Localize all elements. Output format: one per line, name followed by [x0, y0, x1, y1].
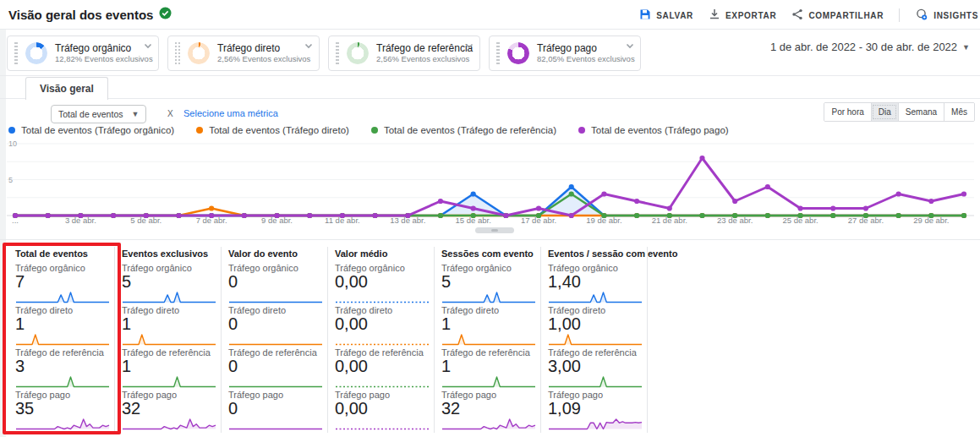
chart-scrollbar-thumb[interactable]: [475, 227, 514, 233]
metric-row: Tráfego de referência1: [122, 347, 221, 388]
metric-value: 0,00: [335, 315, 434, 332]
chevron-down-icon[interactable]: [463, 39, 476, 56]
metric-value: 1: [122, 315, 221, 332]
metric-row: Tráfego pago32: [441, 390, 540, 430]
segment-card-text: Tráfego direto2,56% Eventos exclusivos: [217, 42, 310, 64]
metric-value: 5: [441, 273, 540, 290]
metric-row: Tráfego de referência3: [15, 347, 114, 388]
summary-column-4: Valor médioTráfego orgânico0,00Tráfego d…: [328, 247, 435, 433]
sparkline: [15, 375, 110, 388]
legend-label: Total de eventos (Tráfego de referência): [384, 125, 556, 135]
metric-value: 1,40: [548, 273, 647, 290]
summary-column-title: Sessões com evento: [441, 249, 540, 259]
sparkline: [122, 375, 216, 388]
sparkline: [441, 291, 536, 303]
sparkline: [441, 375, 536, 388]
summary-column-5: Sessões com eventoTráfego orgânico5Tráfe…: [435, 247, 541, 433]
tab-overview[interactable]: Visão geral: [25, 77, 108, 100]
legend-item-paid: Total de eventos (Tráfego pago): [578, 125, 729, 135]
legend-item-direct: Total de eventos (Tráfego direto): [196, 125, 349, 135]
drag-handle-icon[interactable]: [496, 42, 500, 64]
events-line-chart[interactable]: 510...3 de abr.5 de abr.7 de abr.9 de ab…: [0, 135, 980, 228]
sparkline: [548, 375, 643, 388]
metric-label: Tráfego direto: [15, 305, 114, 315]
sparkline: [548, 418, 643, 430]
sparkline: [228, 418, 323, 430]
metric-row: Tráfego pago0: [228, 390, 327, 430]
metric-row: Tráfego de referência3,00: [548, 347, 647, 388]
granularity-mês[interactable]: Mês: [944, 103, 974, 121]
metric-label: Tráfego orgânico: [122, 263, 221, 273]
segment-cards: Tráfego orgânico12,82% Eventos exclusivo…: [7, 36, 641, 71]
save-button[interactable]: SALVAR: [639, 8, 693, 22]
download-icon: [709, 8, 720, 22]
drag-handle-icon[interactable]: [175, 42, 180, 64]
metric-row: Tráfego direto1,00: [548, 305, 647, 346]
segment-card-organic[interactable]: Tráfego orgânico12,82% Eventos exclusivo…: [7, 36, 159, 71]
summary-column-3: Valor do eventoTráfego orgânico0Tráfego …: [222, 247, 328, 433]
summary-divider: [0, 239, 980, 240]
summary-column-6: Eventos / sessão com eventoTráfego orgân…: [541, 247, 648, 433]
metric-row: Tráfego orgânico0: [228, 263, 327, 303]
sparkline: [228, 333, 323, 346]
metric-row: Tráfego de referência1: [441, 347, 540, 388]
legend-dot: [371, 127, 378, 134]
metric-label: Tráfego de referência: [441, 347, 540, 358]
metric-value: 0: [228, 358, 327, 374]
metric-value: 0: [228, 315, 327, 332]
metric-value: 0,00: [335, 400, 434, 417]
verified-icon: [159, 7, 172, 22]
granularity-toggle: Por horaDiaSemanaMês: [824, 102, 975, 122]
metric-label: Tráfego pago: [228, 390, 327, 400]
segment-card-paid[interactable]: Tráfego pago82,05% Eventos exclusivos: [489, 36, 641, 71]
metric-row: Tráfego pago0,00: [335, 390, 434, 430]
legend-label: Total de eventos (Tráfego orgânico): [21, 125, 174, 135]
select-caret-icon: ▼: [131, 110, 139, 118]
chevron-down-icon[interactable]: [302, 39, 315, 56]
segment-card-text: Tráfego orgânico12,82% Eventos exclusivo…: [55, 42, 153, 64]
segment-card-referral[interactable]: Tráfego de referência2,56% Eventos exclu…: [328, 36, 480, 71]
metric-label: Tráfego direto: [441, 305, 540, 315]
sparkline: [441, 333, 536, 346]
summary-column-title: Eventos / sessão com evento: [548, 249, 647, 259]
metric-select[interactable]: Total de eventos ▼: [51, 105, 146, 123]
metric-label: Tráfego de referência: [15, 347, 114, 358]
sparkline: [122, 418, 216, 430]
metric-row: Tráfego de referência0: [228, 347, 327, 388]
legend-item-organic: Total de eventos (Tráfego orgânico): [8, 125, 174, 135]
dropdown-caret-icon: ▼: [962, 43, 970, 52]
granularity-por-hora[interactable]: Por hora: [824, 103, 870, 121]
sparkline: [335, 375, 430, 388]
metric-value: 0,00: [335, 358, 434, 374]
sparkline: [335, 418, 430, 430]
metric-row: Tráfego pago32: [122, 390, 221, 430]
metric-row: Tráfego pago35: [15, 390, 114, 430]
export-button[interactable]: EXPORTAR: [709, 8, 776, 22]
sparkline: [335, 333, 430, 346]
granularity-dia[interactable]: Dia: [871, 103, 898, 121]
metric-row: Tráfego orgânico1,40: [548, 263, 647, 303]
segment-share: 2,56% Eventos exclusivos: [217, 54, 310, 64]
drag-handle-icon[interactable]: [14, 42, 18, 64]
legend-dot: [8, 127, 15, 134]
save-icon: [639, 8, 651, 22]
metric-label: Tráfego de referência: [228, 347, 327, 358]
tabbar-divider: [0, 98, 980, 99]
chevron-down-icon[interactable]: [141, 39, 155, 56]
metric-value: 5: [122, 273, 221, 290]
compare-x-label: X: [167, 109, 173, 118]
add-metric-link[interactable]: Selecione uma métrica: [183, 108, 278, 118]
sparkline: [15, 291, 110, 303]
share-button[interactable]: COMPARTILHAR: [791, 8, 884, 22]
date-range-picker[interactable]: 1 de abr. de 2022 - 30 de abr. de 2022 ▼: [770, 41, 970, 53]
segment-donut-icon: [507, 42, 529, 64]
sparkline: [441, 418, 536, 430]
granularity-semana[interactable]: Semana: [898, 103, 944, 121]
chevron-down-icon[interactable]: [623, 39, 637, 56]
segment-card-direct[interactable]: Tráfego direto2,56% Eventos exclusivos: [167, 36, 320, 71]
segment-share: 2,56% Eventos exclusivos: [376, 54, 473, 64]
drag-handle-icon[interactable]: [336, 42, 339, 64]
insights-button[interactable]: INSIGHTS: [915, 8, 978, 23]
metric-label: Tráfego orgânico: [15, 263, 114, 273]
actions-divider: [899, 8, 900, 22]
